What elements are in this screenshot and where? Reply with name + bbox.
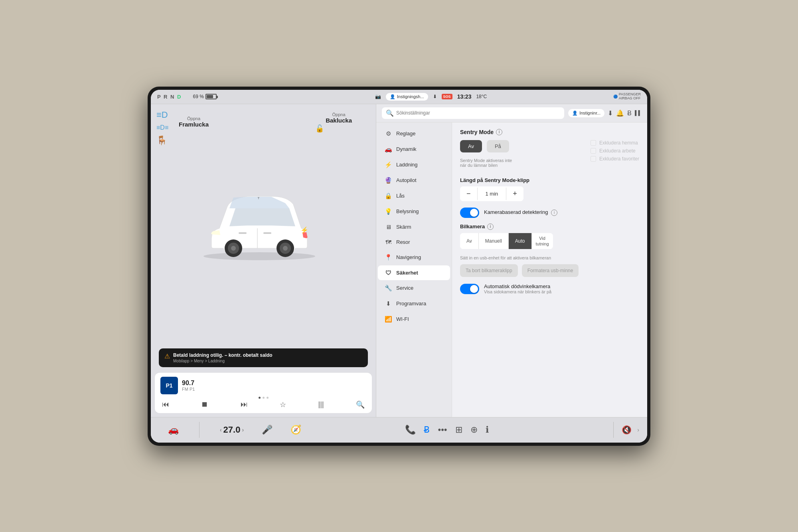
main-area: ≡D ≡D≡ 🪑 Öppna Framlucka Öppna Baklucka … — [151, 104, 647, 417]
favorite-button[interactable]: ☆ — [280, 400, 286, 409]
nav-item-autopilot[interactable]: 🔮 Autopilot — [378, 173, 450, 188]
search-input-wrapper[interactable]: 🔍 — [382, 107, 564, 119]
sentry-description: Sentry Mode aktiveras inte när du lämnar… — [460, 158, 584, 168]
download-icon-right[interactable]: ⬇ — [608, 109, 613, 117]
belysning-icon: 💡 — [384, 208, 392, 215]
svg-point-0 — [203, 252, 315, 260]
lock-icon: 🔓 — [315, 124, 324, 133]
stop-button[interactable]: ⏹ — [201, 400, 208, 409]
dot-3 — [267, 397, 269, 399]
vol-right-arrow[interactable]: › — [637, 427, 639, 433]
nav-item-sakerhet[interactable]: 🛡 Säkerhet — [378, 265, 450, 280]
camera-icon: 📷 — [375, 94, 381, 99]
stepper-minus-button[interactable]: − — [460, 186, 477, 201]
temperature-control: ‹ 27.0 › — [220, 425, 244, 435]
temperature: 18°C — [476, 94, 487, 99]
bluetooth-icon[interactable]: Ƀ — [424, 425, 430, 435]
sentry-on-button[interactable]: På — [487, 140, 509, 152]
framlucka-label[interactable]: Öppna Framlucka — [179, 116, 209, 128]
person-icon-right: 👤 — [572, 111, 578, 116]
bilkamera-av-button[interactable]: Av — [460, 233, 479, 249]
radio-freq: 90.7 — [182, 380, 195, 387]
temp-right-arrow[interactable]: › — [242, 427, 244, 433]
nav-item-resor[interactable]: 🗺 Resor — [378, 235, 450, 249]
car-bottom-icon[interactable]: 🚗 — [168, 425, 179, 435]
screen-inner: P R N D 69 % 📷 👤 Instigningsh... ⬇ SOS 1… — [151, 90, 647, 443]
bilkamera-vid-button[interactable]: Vidtutning — [532, 233, 553, 249]
sentry-info-icon[interactable]: i — [496, 129, 502, 135]
instignings-right-button[interactable]: 👤 Instigninг... — [568, 109, 604, 117]
nav-label-sakerhet: Säkerhet — [396, 270, 418, 276]
search-input[interactable] — [396, 110, 560, 116]
nav-label-skarm: Skärm — [396, 224, 411, 230]
nav-label-reglage: Reglage — [396, 131, 415, 136]
nav-item-laddning[interactable]: ⚡ Laddning — [378, 157, 450, 172]
prev-button[interactable]: ⏮ — [162, 400, 169, 409]
kamera-info-icon[interactable]: i — [551, 210, 557, 216]
battery-icon — [205, 94, 217, 99]
battery-info: 69 % — [193, 94, 216, 99]
nav-label-service: Service — [396, 285, 413, 291]
nav-item-navigering[interactable]: 📍 Navigering — [378, 250, 450, 265]
grid-icon[interactable]: ⊞ — [455, 425, 462, 435]
media-player: P1 90.7 FM P1 ⏮ ⏹ — [155, 373, 372, 413]
bottom-right: 🔇 › — [583, 422, 639, 438]
volume-icon[interactable]: 🔇 — [622, 425, 632, 435]
baklucka-label[interactable]: Öppna Baklucka — [326, 112, 352, 124]
instignings-button[interactable]: 👤 Instigningsh... — [386, 93, 428, 101]
nav-item-dynamik[interactable]: 🚗 Dynamik — [378, 142, 450, 157]
formatera-button[interactable]: Formatera usb-minne — [522, 264, 579, 277]
bilkamera-info-icon[interactable]: i — [487, 223, 494, 230]
dodvinkel-toggle[interactable] — [460, 284, 479, 294]
nav-item-reglage[interactable]: ⚙ Reglage — [378, 126, 450, 141]
nav-item-service[interactable]: 🔧 Service — [378, 281, 450, 296]
nav-item-wifi[interactable]: 📶 WI-FI — [378, 312, 450, 327]
next-button[interactable]: ⏭ — [241, 400, 248, 409]
phone-icon[interactable]: 📞 — [405, 425, 416, 435]
dots-icon[interactable]: ••• — [438, 425, 447, 435]
divider-1 — [199, 422, 200, 438]
sentry-off-button[interactable]: Av — [460, 140, 482, 152]
nav-bottom-icon[interactable]: 🧭 — [290, 425, 301, 435]
bilkamera-options: Av Manuell Auto Vidtutning — [460, 233, 553, 249]
info-bottom-icon[interactable]: ℹ — [486, 425, 489, 435]
warning-main-text: Betald laddning otilig. – kontr. obetalt… — [173, 352, 273, 358]
media-controls: ⏮ ⏹ ⏭ ☆ ||| 🔍 — [160, 400, 366, 409]
bilkamera-manuell-button[interactable]: Manuell — [479, 233, 509, 249]
media-top: P1 90.7 FM P1 — [160, 377, 366, 394]
kamerabaserad-toggle[interactable] — [460, 208, 479, 218]
kamerabaserad-label: Kamerabaserad detektering i — [484, 209, 557, 216]
laddning-icon: ⚡ — [384, 161, 392, 168]
sos-badge[interactable]: SOS — [442, 94, 452, 99]
ta-bort-button[interactable]: Ta bort bilkameraklipp — [460, 264, 518, 277]
sentry-mode-title: Sentry Mode i — [460, 129, 639, 135]
search-media-button[interactable]: 🔍 — [356, 400, 365, 409]
svg-rect-9 — [263, 232, 271, 234]
bilkamera-auto-button[interactable]: Auto — [509, 233, 532, 249]
dodvinkel-row: Automatisk dödvinkelkamera Visa sidokame… — [460, 283, 639, 294]
checkbox-arbete-input[interactable] — [591, 148, 596, 154]
fan-icon[interactable]: ⊕ — [470, 425, 478, 435]
mic-icon[interactable]: 🎤 — [262, 425, 273, 435]
equalizer-button[interactable]: ||| — [318, 400, 324, 409]
prnd-indicator: P R N D — [157, 94, 182, 100]
dot-1 — [259, 397, 261, 399]
checkbox-hemma-input[interactable] — [591, 140, 596, 146]
bluetooth-icon-top[interactable]: Ƀ — [627, 109, 632, 117]
stepper-plus-button[interactable]: + — [506, 186, 523, 201]
nav-item-programvara[interactable]: ⬇ Programvara — [378, 296, 450, 311]
usb-hint: Sätt in en usb-enhet för att aktivera bi… — [460, 255, 639, 260]
nav-item-las[interactable]: 🔒 Lås — [378, 188, 450, 204]
sentry-clip-label: Längd på Sentry Mode-klipp — [460, 177, 639, 183]
bell-icon[interactable]: 🔔 — [616, 109, 624, 117]
warning-sub-text: Mobilapp > Meny > Laddning — [173, 359, 273, 363]
radio-station: FM P1 — [182, 387, 195, 392]
nav-item-belysning[interactable]: 💡 Belysning — [378, 204, 450, 219]
action-buttons: Ta bort bilkameraklipp Formatera usb-min… — [460, 264, 639, 277]
nav-item-skarm[interactable]: 🖥 Skärm — [378, 220, 450, 234]
checkbox-favoriter-input[interactable] — [591, 156, 596, 162]
temp-left-arrow[interactable]: ‹ — [220, 427, 222, 433]
car-area: Öppna Framlucka Öppna Baklucka 🔓 — [151, 104, 376, 348]
dodvinkel-label: Automatisk dödvinkelkamera — [484, 283, 551, 289]
programvara-icon: ⬇ — [384, 300, 392, 307]
